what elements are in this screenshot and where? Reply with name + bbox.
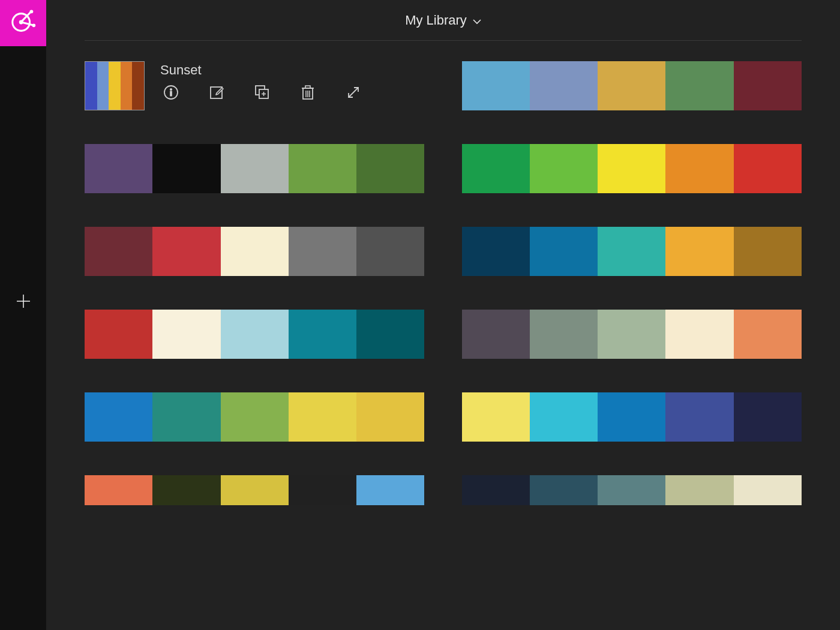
expand-button[interactable]: [345, 85, 362, 102]
swatch: [734, 475, 802, 505]
swatch: [85, 310, 152, 359]
swatch: [598, 144, 665, 193]
palette-item[interactable]: [85, 392, 425, 442]
swatch: [356, 227, 424, 276]
swatch: [356, 310, 424, 359]
svg-point-9: [170, 88, 172, 90]
swatch: [152, 475, 220, 505]
info-button[interactable]: [163, 85, 179, 102]
swatch: [121, 62, 133, 110]
delete-button[interactable]: [299, 85, 316, 102]
swatch: [132, 62, 144, 110]
swatch: [152, 144, 220, 193]
swatch: [289, 310, 356, 359]
add-button[interactable]: [0, 279, 46, 325]
swatch: [734, 144, 802, 193]
swatch: [152, 227, 220, 276]
swatch: [665, 392, 733, 442]
swatch: [152, 392, 220, 442]
palette-item[interactable]: [462, 61, 802, 110]
info-icon: [163, 85, 179, 103]
content-area: Sunset: [46, 41, 840, 630]
swatch: [598, 392, 665, 442]
swatch: [356, 144, 424, 193]
swatch: [530, 227, 598, 276]
swatch: [598, 227, 665, 276]
trash-icon: [301, 84, 315, 103]
swatch: [221, 392, 289, 442]
swatch: [85, 227, 152, 276]
swatch: [97, 62, 109, 110]
plus-icon: [16, 293, 31, 311]
swatch: [665, 227, 733, 276]
app-root: My Library Sunset: [0, 0, 840, 630]
app-logo-tile[interactable]: [0, 0, 46, 46]
header: My Library: [46, 0, 840, 41]
palette-item[interactable]: [85, 310, 425, 359]
swatch: [530, 61, 598, 110]
swatch: [289, 227, 356, 276]
library-label: My Library: [405, 13, 467, 28]
swatch: [152, 310, 220, 359]
palette-item[interactable]: [462, 310, 802, 359]
swatch: [221, 310, 289, 359]
edit-icon: [209, 85, 224, 103]
svg-line-4: [23, 22, 32, 25]
swatch: [665, 61, 733, 110]
svg-line-22: [349, 88, 358, 97]
swatch: [221, 227, 289, 276]
duplicate-icon: [254, 84, 271, 103]
swatch: [530, 144, 598, 193]
selected-palette-meta: Sunset: [160, 61, 362, 102]
palette-column-right: [462, 61, 802, 505]
svg-point-5: [32, 23, 35, 27]
palette-item[interactable]: [462, 475, 802, 505]
swatch: [734, 392, 802, 442]
swatch: [734, 61, 802, 110]
swatch: [85, 62, 97, 110]
selected-palette-row: Sunset: [85, 61, 425, 110]
svg-rect-10: [170, 91, 172, 96]
swatch: [462, 144, 530, 193]
palette-item[interactable]: [85, 475, 425, 505]
swatch: [462, 61, 530, 110]
swatch: [665, 310, 733, 359]
library-dropdown[interactable]: My Library: [405, 13, 481, 28]
selected-palette-thumbnail[interactable]: [85, 61, 145, 110]
palette-item[interactable]: [85, 227, 425, 276]
expand-icon: [346, 85, 361, 103]
palette-item[interactable]: [462, 392, 802, 442]
main-panel: My Library Sunset: [46, 0, 840, 630]
swatch: [462, 392, 530, 442]
edit-button[interactable]: [208, 85, 225, 102]
swatch: [598, 61, 665, 110]
swatch: [530, 392, 598, 442]
selected-palette-name: Sunset: [160, 62, 362, 78]
header-divider: [85, 40, 802, 41]
swatch: [85, 475, 152, 505]
swatch: [462, 310, 530, 359]
palette-column-left: Sunset: [85, 61, 425, 505]
swatch: [665, 475, 733, 505]
swatch: [734, 227, 802, 276]
swatch: [109, 62, 121, 110]
palette-item[interactable]: [462, 144, 802, 193]
palette-columns: Sunset: [85, 61, 802, 505]
swatch: [289, 475, 356, 505]
swatch: [530, 310, 598, 359]
svg-point-3: [29, 10, 33, 13]
swatch: [221, 144, 289, 193]
swatch: [85, 392, 152, 442]
swatch: [289, 144, 356, 193]
selected-palette-actions: [160, 85, 362, 102]
duplicate-button[interactable]: [254, 85, 271, 102]
palette-item[interactable]: [85, 144, 425, 193]
swatch: [356, 392, 424, 442]
swatch: [462, 475, 530, 505]
swatch: [530, 475, 598, 505]
chevron-down-icon: [473, 13, 481, 28]
swatch: [734, 310, 802, 359]
palette-item[interactable]: [462, 227, 802, 276]
swatch: [356, 475, 424, 505]
color-wheel-icon: [10, 8, 37, 38]
